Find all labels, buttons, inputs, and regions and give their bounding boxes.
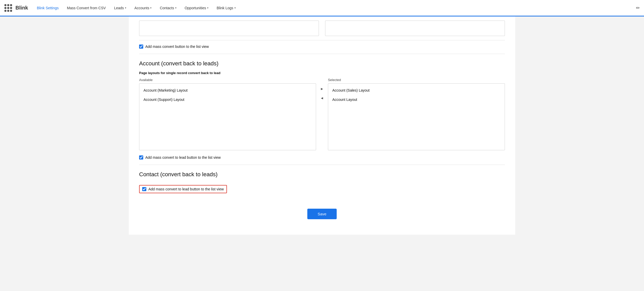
save-button[interactable]: Save [307,209,337,219]
nav-item-opportunities[interactable]: Opportunities ▾ [181,0,212,16]
nav-item-contacts[interactable]: Contacts ▾ [156,0,180,16]
section-divider [139,54,505,54]
chevron-down-icon: ▾ [234,6,236,9]
top-navigation: Blink Blink Settings Mass Convert from C… [0,0,644,16]
nav-label-blink-logs: Blink Logs [217,6,233,10]
main-content: Add mass convert button to the list view… [0,16,644,291]
nav-item-blink-settings[interactable]: Blink Settings [33,0,62,16]
chevron-down-icon: ▾ [207,6,208,9]
nav-label-mass-convert-csv: Mass Convert from CSV [67,6,106,10]
top-checkbox-row: Add mass convert button to the list view [139,45,505,49]
account-picker-area: Available Account (Marketing) Layout Acc… [139,78,505,150]
selected-item-0[interactable]: Account (Sales) Layout [328,86,505,95]
available-item-0[interactable]: Account (Marketing) Layout [139,86,316,95]
available-item-1[interactable]: Account (Support) Layout [139,95,316,104]
move-left-button[interactable]: ◄ [319,95,325,101]
selected-item-1[interactable]: Account Layout [328,95,505,104]
grid-dots-icon [4,4,12,12]
contact-checkbox-label[interactable]: Add mass convert to lead button to the l… [148,187,224,191]
selected-list: Account (Sales) Layout Account Layout [328,83,505,150]
top-box-left [139,21,319,36]
top-boxes-row [139,16,505,40]
picker-arrows: ► ◄ [316,86,328,101]
account-checkbox[interactable] [139,155,143,160]
contact-checkbox[interactable] [142,187,146,191]
nav-label-accounts: Accounts [134,6,149,10]
chevron-down-icon: ▾ [125,6,126,9]
top-box-right [325,21,505,36]
nav-item-leads[interactable]: Leads ▾ [111,0,130,16]
content-area: Add mass convert button to the list view… [129,16,515,235]
nav-label-contacts: Contacts [160,6,174,10]
nav-label-blink-settings: Blink Settings [37,6,59,10]
brand-name: Blink [15,5,28,11]
edit-icon[interactable]: ✏ [636,5,640,11]
selected-header: Selected [328,78,505,82]
move-right-button[interactable]: ► [319,86,325,92]
app-grid-icon[interactable] [4,4,12,12]
nav-label-opportunities: Opportunities [185,6,206,10]
account-sublabel: Page layouts for single record convert b… [139,71,505,75]
nav-item-blink-logs[interactable]: Blink Logs ▾ [213,0,239,16]
section-divider-2 [139,165,505,165]
nav-item-mass-convert-csv[interactable]: Mass Convert from CSV [63,0,109,16]
chevron-down-icon: ▾ [150,6,151,9]
selected-column: Selected Account (Sales) Layout Account … [328,78,505,150]
nav-label-leads: Leads [114,6,124,10]
chevron-down-icon: ▾ [175,6,176,9]
contact-section-title: Contact (convert back to leads) [139,171,505,178]
available-list: Account (Marketing) Layout Account (Supp… [139,83,316,150]
top-checkbox[interactable] [139,45,143,49]
account-section-title: Account (convert back to leads) [139,60,505,67]
available-column: Available Account (Marketing) Layout Acc… [139,78,316,150]
contact-checkbox-highlighted-row: Add mass convert to lead button to the l… [139,185,227,193]
top-checkbox-label[interactable]: Add mass convert button to the list view [145,45,209,49]
available-header: Available [139,78,316,82]
account-checkbox-row: Add mass convert to lead button to the l… [139,155,505,160]
save-row: Save [139,209,505,219]
nav-item-accounts[interactable]: Accounts ▾ [131,0,155,16]
account-checkbox-label[interactable]: Add mass convert to lead button to the l… [145,155,221,160]
